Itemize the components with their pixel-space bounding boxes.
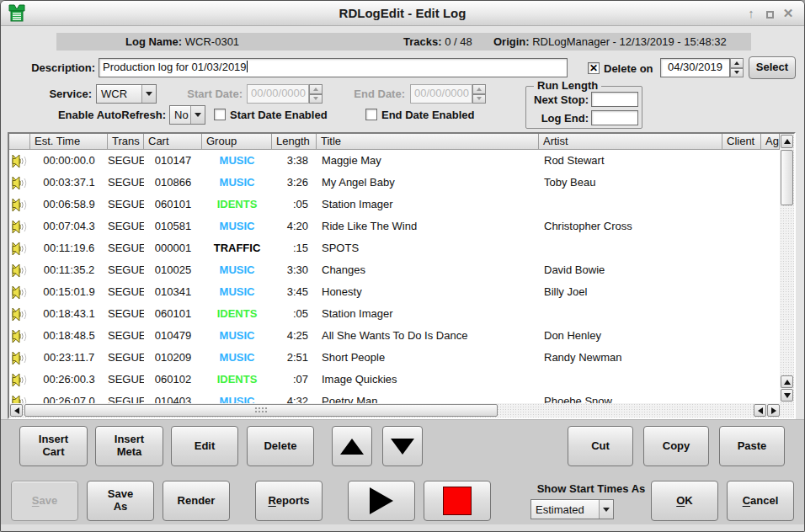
edit-button[interactable]: Edit xyxy=(171,426,238,466)
select-button[interactable]: Select xyxy=(749,56,796,79)
up-arrow-icon xyxy=(340,439,364,455)
cell-group: MUSIC xyxy=(202,150,272,172)
cell-time: 00:26:00.3 xyxy=(30,369,108,391)
start-date-label: Start Date: xyxy=(173,88,243,100)
cell-agency xyxy=(761,215,780,237)
start-date-spinner xyxy=(309,84,323,104)
table-row[interactable]: 00:11:19.6SEGUE000001TRAFFIC:15SPOTS xyxy=(9,237,780,259)
scroll-up-icon[interactable] xyxy=(781,135,793,148)
cancel-button[interactable]: Cancel xyxy=(727,481,794,521)
copy-button[interactable]: Copy xyxy=(643,426,709,466)
vertical-scrollbar[interactable] xyxy=(780,134,794,403)
paste-button[interactable]: Paste xyxy=(719,426,785,466)
delete-date-spinbox[interactable]: 04/30/2019 xyxy=(660,58,744,77)
log-end-label: Log End: xyxy=(530,112,589,125)
stop-button[interactable] xyxy=(424,481,491,521)
cell-group: MUSIC xyxy=(202,259,272,281)
speaker-icon xyxy=(9,237,30,259)
log-event-table: Est. TimeTransCartGroupLengthTitleArtist… xyxy=(8,132,796,419)
cell-title: Honesty xyxy=(317,281,539,303)
start-date-enabled-checkbox[interactable] xyxy=(214,109,226,120)
insert-cart-button[interactable]: Insert Cart xyxy=(19,426,88,466)
table-row[interactable]: 00:26:07.0SEGUE010403MUSIC4:32Poetry Man… xyxy=(9,391,780,403)
log-name: Log Name: WCR-0301 xyxy=(125,33,239,51)
column-header-trans[interactable]: Trans xyxy=(108,134,144,150)
table-body: 00:00:00.0SEGUE010147MUSIC3:38Maggie May… xyxy=(9,150,780,403)
show-start-times-combobox[interactable]: Estimated xyxy=(530,499,614,519)
table-row[interactable]: 00:18:48.5SEGUE010479MUSIC4:25All She Wa… xyxy=(9,325,780,347)
horizontal-scrollbar[interactable] xyxy=(9,403,794,418)
table-row[interactable]: 00:23:11.7SEGUE010209MUSIC2:51Short Peop… xyxy=(9,347,780,369)
column-header-artist[interactable]: Artist xyxy=(539,134,722,150)
cell-agency xyxy=(761,391,780,403)
cell-title: Poetry Man xyxy=(317,391,539,403)
delete-button[interactable]: Delete xyxy=(247,426,314,466)
cell-length: 4:20 xyxy=(272,215,317,237)
cell-title: Maggie May xyxy=(317,150,539,172)
cell-trans: SEGUE xyxy=(108,347,144,369)
cell-artist xyxy=(539,303,722,325)
column-header-length[interactable]: Length xyxy=(272,134,317,150)
save-as-button[interactable]: Save As xyxy=(87,481,154,521)
cell-length: 2:51 xyxy=(272,347,317,369)
date-spinner-buttons[interactable] xyxy=(730,58,744,77)
cell-client xyxy=(722,369,761,391)
table-row[interactable]: 00:18:43.1SEGUE060101IDENTS:05Station Im… xyxy=(9,303,780,325)
column-header-client[interactable]: Client xyxy=(722,134,761,150)
table-row[interactable]: 00:11:35.2SEGUE010025MUSIC3:30ChangesDav… xyxy=(9,259,780,281)
move-up-button[interactable] xyxy=(332,426,372,466)
table-row[interactable]: 00:03:37.1SEGUE010866MUSIC3:26My Angel B… xyxy=(9,172,780,194)
end-date-label: End Date: xyxy=(346,88,405,100)
scroll-left-icon[interactable] xyxy=(10,404,23,417)
column-header-title[interactable]: Title xyxy=(317,134,539,150)
cell-title: Short People xyxy=(317,347,539,369)
text-cursor xyxy=(247,61,248,72)
service-combobox[interactable]: WCR xyxy=(96,84,157,104)
column-header-icon[interactable] xyxy=(9,134,30,150)
render-button[interactable]: Render xyxy=(163,481,230,521)
horizontal-scroll-thumb[interactable] xyxy=(24,404,498,417)
cell-time: 00:11:19.6 xyxy=(30,237,108,259)
table-row[interactable]: 00:00:00.0SEGUE010147MUSIC3:38Maggie May… xyxy=(9,150,780,172)
cell-time: 00:03:37.1 xyxy=(30,172,108,194)
scroll-down-icon[interactable] xyxy=(781,389,793,402)
cell-length: 3:26 xyxy=(272,172,317,194)
cell-length: :07 xyxy=(272,369,317,391)
delete-date-value[interactable]: 04/30/2019 xyxy=(660,58,730,77)
table-row[interactable]: 00:26:00.3SEGUE060102IDENTS:07Image Quic… xyxy=(9,369,780,391)
table-row[interactable]: 00:06:58.9SEGUE060101IDENTS:05Station Im… xyxy=(9,194,780,215)
scroll-right-icon[interactable] xyxy=(767,404,780,417)
maximize-icon[interactable] xyxy=(760,1,779,26)
scroll-up2-icon[interactable] xyxy=(781,375,793,388)
description-input[interactable]: Production log for 01/03/2019 xyxy=(99,58,568,77)
column-header-agency[interactable]: Agency xyxy=(761,134,780,150)
insert-meta-button[interactable]: Insert Meta xyxy=(95,426,163,466)
cell-group: MUSIC xyxy=(202,391,272,403)
scroll-left2-icon[interactable] xyxy=(754,404,766,417)
ok-button[interactable]: OK xyxy=(651,481,718,521)
column-header-cart[interactable]: Cart xyxy=(144,134,202,150)
cell-cart: 010209 xyxy=(144,347,202,369)
delete-on-checkbox[interactable]: ✕ xyxy=(588,62,600,74)
end-date-enabled-checkbox[interactable] xyxy=(365,109,377,120)
speaker-icon xyxy=(9,194,30,215)
column-header-group[interactable]: Group xyxy=(202,134,272,150)
vertical-scroll-thumb[interactable] xyxy=(781,150,793,205)
reports-button[interactable]: Reports xyxy=(255,481,323,521)
shade-icon[interactable]: ↑ xyxy=(742,1,760,26)
table-row[interactable]: 00:07:04.3SEGUE010581MUSIC4:20Ride Like … xyxy=(9,215,780,237)
cell-trans: SEGUE xyxy=(108,150,144,172)
play-button[interactable] xyxy=(348,481,415,521)
cut-button[interactable]: Cut xyxy=(568,426,633,466)
move-down-button[interactable] xyxy=(382,426,423,466)
cell-trans: SEGUE xyxy=(108,303,144,325)
autorefresh-combobox[interactable]: No xyxy=(169,105,205,125)
close-icon[interactable]: ✕ xyxy=(779,1,797,26)
cell-agency xyxy=(761,237,780,259)
cell-trans: SEGUE xyxy=(108,281,144,303)
save-button[interactable]: Save xyxy=(11,481,78,521)
column-header-est-time[interactable]: Est. Time xyxy=(30,134,108,150)
cell-artist: Don Henley xyxy=(539,325,722,347)
table-row[interactable]: 00:15:01.9SEGUE010341MUSIC3:45HonestyBil… xyxy=(9,281,780,303)
titlebar[interactable]: RDLogEdit - Edit Log ↑ ✕ xyxy=(1,1,804,26)
